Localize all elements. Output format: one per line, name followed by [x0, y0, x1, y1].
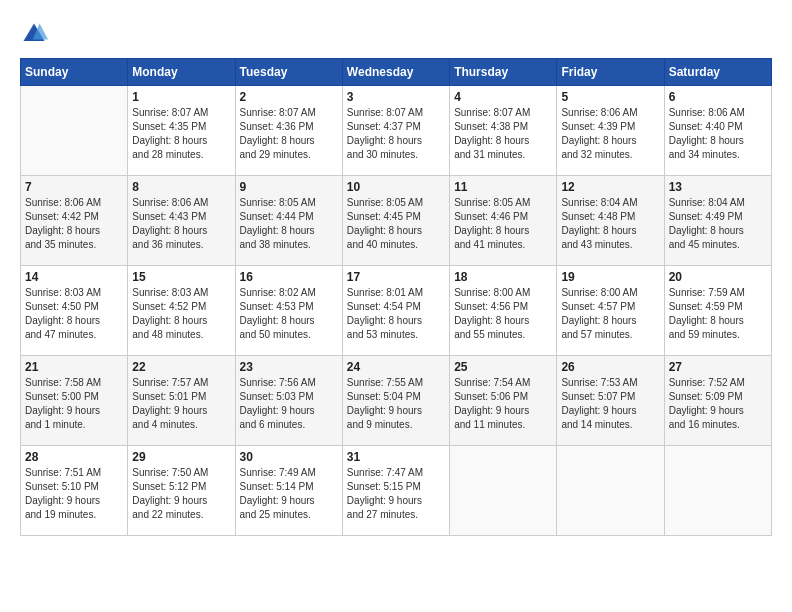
calendar-cell: 4Sunrise: 8:07 AM Sunset: 4:38 PM Daylig…	[450, 86, 557, 176]
day-number: 5	[561, 90, 659, 104]
calendar-cell: 12Sunrise: 8:04 AM Sunset: 4:48 PM Dayli…	[557, 176, 664, 266]
weekday-row: SundayMondayTuesdayWednesdayThursdayFrid…	[21, 59, 772, 86]
day-info: Sunrise: 7:57 AM Sunset: 5:01 PM Dayligh…	[132, 376, 230, 432]
day-info: Sunrise: 8:06 AM Sunset: 4:42 PM Dayligh…	[25, 196, 123, 252]
day-number: 7	[25, 180, 123, 194]
calendar-body: 1Sunrise: 8:07 AM Sunset: 4:35 PM Daylig…	[21, 86, 772, 536]
calendar-cell	[664, 446, 771, 536]
day-info: Sunrise: 7:56 AM Sunset: 5:03 PM Dayligh…	[240, 376, 338, 432]
day-info: Sunrise: 8:05 AM Sunset: 4:44 PM Dayligh…	[240, 196, 338, 252]
day-number: 2	[240, 90, 338, 104]
day-number: 25	[454, 360, 552, 374]
day-info: Sunrise: 7:47 AM Sunset: 5:15 PM Dayligh…	[347, 466, 445, 522]
calendar-cell: 17Sunrise: 8:01 AM Sunset: 4:54 PM Dayli…	[342, 266, 449, 356]
day-number: 23	[240, 360, 338, 374]
day-number: 12	[561, 180, 659, 194]
logo	[20, 20, 52, 48]
day-info: Sunrise: 8:05 AM Sunset: 4:46 PM Dayligh…	[454, 196, 552, 252]
day-info: Sunrise: 8:02 AM Sunset: 4:53 PM Dayligh…	[240, 286, 338, 342]
weekday-header-tuesday: Tuesday	[235, 59, 342, 86]
calendar-week-3: 14Sunrise: 8:03 AM Sunset: 4:50 PM Dayli…	[21, 266, 772, 356]
day-number: 19	[561, 270, 659, 284]
calendar-cell: 28Sunrise: 7:51 AM Sunset: 5:10 PM Dayli…	[21, 446, 128, 536]
calendar-cell: 3Sunrise: 8:07 AM Sunset: 4:37 PM Daylig…	[342, 86, 449, 176]
day-info: Sunrise: 8:03 AM Sunset: 4:52 PM Dayligh…	[132, 286, 230, 342]
weekday-header-wednesday: Wednesday	[342, 59, 449, 86]
day-info: Sunrise: 8:04 AM Sunset: 4:49 PM Dayligh…	[669, 196, 767, 252]
day-number: 31	[347, 450, 445, 464]
day-info: Sunrise: 8:03 AM Sunset: 4:50 PM Dayligh…	[25, 286, 123, 342]
day-info: Sunrise: 8:05 AM Sunset: 4:45 PM Dayligh…	[347, 196, 445, 252]
calendar-week-1: 1Sunrise: 8:07 AM Sunset: 4:35 PM Daylig…	[21, 86, 772, 176]
calendar-cell: 24Sunrise: 7:55 AM Sunset: 5:04 PM Dayli…	[342, 356, 449, 446]
weekday-header-saturday: Saturday	[664, 59, 771, 86]
day-number: 22	[132, 360, 230, 374]
day-info: Sunrise: 7:53 AM Sunset: 5:07 PM Dayligh…	[561, 376, 659, 432]
calendar-cell: 23Sunrise: 7:56 AM Sunset: 5:03 PM Dayli…	[235, 356, 342, 446]
calendar-cell: 13Sunrise: 8:04 AM Sunset: 4:49 PM Dayli…	[664, 176, 771, 266]
day-number: 3	[347, 90, 445, 104]
calendar-cell: 1Sunrise: 8:07 AM Sunset: 4:35 PM Daylig…	[128, 86, 235, 176]
day-info: Sunrise: 8:06 AM Sunset: 4:39 PM Dayligh…	[561, 106, 659, 162]
day-info: Sunrise: 8:07 AM Sunset: 4:38 PM Dayligh…	[454, 106, 552, 162]
day-number: 21	[25, 360, 123, 374]
day-number: 28	[25, 450, 123, 464]
calendar-cell: 26Sunrise: 7:53 AM Sunset: 5:07 PM Dayli…	[557, 356, 664, 446]
day-number: 9	[240, 180, 338, 194]
day-info: Sunrise: 8:00 AM Sunset: 4:57 PM Dayligh…	[561, 286, 659, 342]
calendar-cell: 7Sunrise: 8:06 AM Sunset: 4:42 PM Daylig…	[21, 176, 128, 266]
calendar-cell	[557, 446, 664, 536]
day-info: Sunrise: 8:07 AM Sunset: 4:37 PM Dayligh…	[347, 106, 445, 162]
calendar-cell: 22Sunrise: 7:57 AM Sunset: 5:01 PM Dayli…	[128, 356, 235, 446]
day-number: 4	[454, 90, 552, 104]
calendar-week-5: 28Sunrise: 7:51 AM Sunset: 5:10 PM Dayli…	[21, 446, 772, 536]
day-number: 8	[132, 180, 230, 194]
calendar-cell: 20Sunrise: 7:59 AM Sunset: 4:59 PM Dayli…	[664, 266, 771, 356]
calendar-cell: 5Sunrise: 8:06 AM Sunset: 4:39 PM Daylig…	[557, 86, 664, 176]
day-info: Sunrise: 8:07 AM Sunset: 4:36 PM Dayligh…	[240, 106, 338, 162]
calendar-cell: 25Sunrise: 7:54 AM Sunset: 5:06 PM Dayli…	[450, 356, 557, 446]
day-number: 20	[669, 270, 767, 284]
day-info: Sunrise: 7:58 AM Sunset: 5:00 PM Dayligh…	[25, 376, 123, 432]
calendar-cell	[21, 86, 128, 176]
calendar-cell: 10Sunrise: 8:05 AM Sunset: 4:45 PM Dayli…	[342, 176, 449, 266]
day-number: 18	[454, 270, 552, 284]
calendar-cell: 16Sunrise: 8:02 AM Sunset: 4:53 PM Dayli…	[235, 266, 342, 356]
calendar-cell: 9Sunrise: 8:05 AM Sunset: 4:44 PM Daylig…	[235, 176, 342, 266]
calendar-cell: 6Sunrise: 8:06 AM Sunset: 4:40 PM Daylig…	[664, 86, 771, 176]
day-number: 6	[669, 90, 767, 104]
calendar-week-4: 21Sunrise: 7:58 AM Sunset: 5:00 PM Dayli…	[21, 356, 772, 446]
calendar-cell: 15Sunrise: 8:03 AM Sunset: 4:52 PM Dayli…	[128, 266, 235, 356]
calendar-cell: 8Sunrise: 8:06 AM Sunset: 4:43 PM Daylig…	[128, 176, 235, 266]
day-number: 1	[132, 90, 230, 104]
day-number: 30	[240, 450, 338, 464]
day-info: Sunrise: 7:52 AM Sunset: 5:09 PM Dayligh…	[669, 376, 767, 432]
calendar-cell: 27Sunrise: 7:52 AM Sunset: 5:09 PM Dayli…	[664, 356, 771, 446]
day-info: Sunrise: 8:04 AM Sunset: 4:48 PM Dayligh…	[561, 196, 659, 252]
weekday-header-monday: Monday	[128, 59, 235, 86]
day-info: Sunrise: 7:51 AM Sunset: 5:10 PM Dayligh…	[25, 466, 123, 522]
day-number: 24	[347, 360, 445, 374]
day-number: 13	[669, 180, 767, 194]
day-info: Sunrise: 8:00 AM Sunset: 4:56 PM Dayligh…	[454, 286, 552, 342]
day-info: Sunrise: 7:49 AM Sunset: 5:14 PM Dayligh…	[240, 466, 338, 522]
day-info: Sunrise: 8:06 AM Sunset: 4:40 PM Dayligh…	[669, 106, 767, 162]
calendar-cell: 11Sunrise: 8:05 AM Sunset: 4:46 PM Dayli…	[450, 176, 557, 266]
calendar-cell	[450, 446, 557, 536]
calendar-table: SundayMondayTuesdayWednesdayThursdayFrid…	[20, 58, 772, 536]
calendar-week-2: 7Sunrise: 8:06 AM Sunset: 4:42 PM Daylig…	[21, 176, 772, 266]
page-header	[20, 20, 772, 48]
calendar-cell: 31Sunrise: 7:47 AM Sunset: 5:15 PM Dayli…	[342, 446, 449, 536]
calendar-cell: 21Sunrise: 7:58 AM Sunset: 5:00 PM Dayli…	[21, 356, 128, 446]
weekday-header-friday: Friday	[557, 59, 664, 86]
day-number: 29	[132, 450, 230, 464]
logo-icon	[20, 20, 48, 48]
day-number: 11	[454, 180, 552, 194]
day-info: Sunrise: 7:55 AM Sunset: 5:04 PM Dayligh…	[347, 376, 445, 432]
weekday-header-thursday: Thursday	[450, 59, 557, 86]
day-number: 16	[240, 270, 338, 284]
calendar-header: SundayMondayTuesdayWednesdayThursdayFrid…	[21, 59, 772, 86]
day-info: Sunrise: 8:06 AM Sunset: 4:43 PM Dayligh…	[132, 196, 230, 252]
calendar-cell: 29Sunrise: 7:50 AM Sunset: 5:12 PM Dayli…	[128, 446, 235, 536]
day-info: Sunrise: 7:50 AM Sunset: 5:12 PM Dayligh…	[132, 466, 230, 522]
